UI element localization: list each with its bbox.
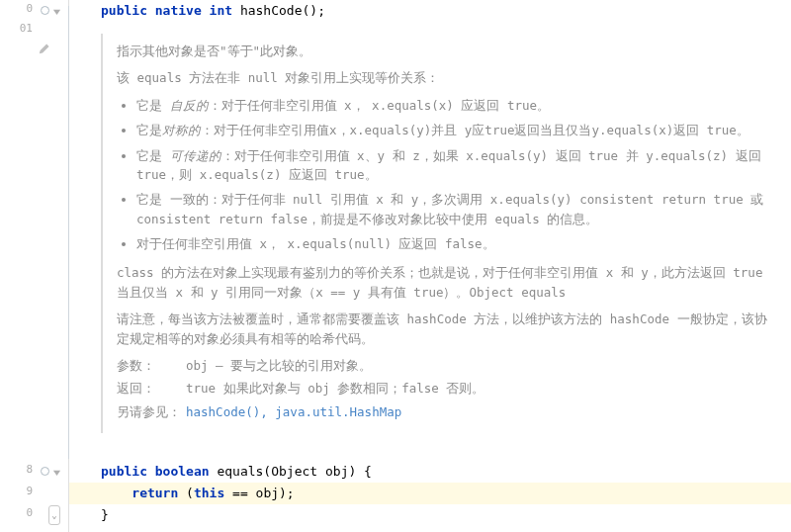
doc-returns-value: true 如果此对象与 obj 参数相同；false 否则。 [186, 379, 484, 398]
code-line-current[interactable]: return (this == obj); [69, 483, 791, 504]
method-separator [68, 6, 69, 459]
keyword: public native int [101, 3, 232, 18]
javadoc-panel: 指示其他对象是否"等于"此对象。 该 equals 方法在非 null 对象引用… [101, 34, 783, 433]
doc-bullet: 它是 可传递的：对于任何非空引用值 x、y 和 z，如果 x.equals(y)… [136, 146, 773, 185]
doc-params-label: 参数： [117, 356, 186, 375]
doc-paragraph: 请注意，每当该方法被覆盖时，通常都需要覆盖该 hashCode 方法，以维护该方… [117, 310, 773, 348]
doc-bullet-list: 它是 自反的：对于任何非空引用值 x， x.equals(x) 应返回 true… [123, 96, 773, 254]
doc-seealso-link[interactable]: hashCode(), java.util.HashMap [186, 402, 401, 421]
code-line[interactable]: public native int hashCode(); [69, 0, 791, 22]
editor-gutter: 0 01 8 9 0 ⌄ [0, 0, 69, 532]
doc-paragraph: class 的方法在对象上实现最有鉴别力的等价关系；也就是说，对于任何非空引用值… [117, 263, 773, 302]
line-number: 9 [13, 485, 33, 497]
nav-down-icon[interactable] [48, 3, 64, 19]
doc-params-value: obj – 要与之比较的引用对象。 [186, 356, 372, 375]
fold-toggle[interactable]: ⌄ [48, 505, 60, 525]
doc-seealso-label: 另请参见： [117, 402, 186, 421]
line-number: 8 [13, 463, 33, 476]
keyword: return [132, 486, 178, 500]
doc-summary: 指示其他对象是否"等于"此对象。 [117, 42, 773, 60]
doc-bullet: 它是对称的：对于任何非空引用值x，x.equals(y)并且 y应true返回当… [136, 121, 773, 139]
doc-paragraph: 该 equals 方法在非 null 对象引用上实现等价关系： [117, 68, 773, 87]
code-line[interactable]: public boolean equals(Object obj) { [69, 461, 791, 483]
keyword: this [194, 486, 224, 500]
line-number: 0 [13, 506, 33, 519]
doc-bullet: 它是 一致的：对于任何非 null 引用值 x 和 y，多次调用 x.equal… [136, 190, 773, 228]
doc-bullet: 对于任何非空引用值 x， x.equals(null) 应返回 false。 [136, 234, 773, 253]
line-number: 0 [13, 2, 33, 15]
doc-bullet: 它是 自反的：对于任何非空引用值 x， x.equals(x) 应返回 true… [136, 96, 773, 115]
edit-icon[interactable] [37, 40, 52, 55]
line-number: 01 [13, 22, 33, 35]
code-line[interactable]: } [69, 504, 791, 526]
doc-returns-label: 返回： [117, 379, 186, 398]
nav-down-icon[interactable] [48, 464, 64, 480]
keyword: public boolean [101, 464, 210, 479]
